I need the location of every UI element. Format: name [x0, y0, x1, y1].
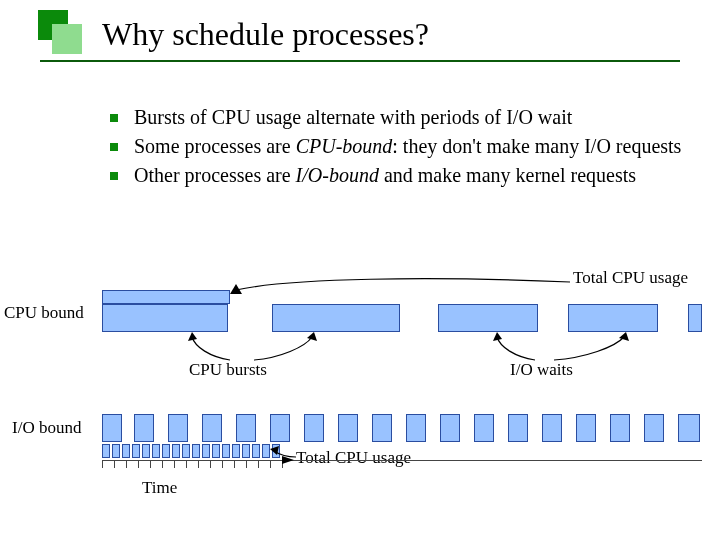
bar [272, 304, 400, 332]
bar [440, 414, 460, 442]
bar [102, 444, 110, 458]
bar [474, 414, 494, 442]
bar [508, 414, 528, 442]
svg-marker-3 [619, 332, 629, 341]
label-io-waits: I/O waits [510, 360, 573, 380]
bar [162, 444, 170, 458]
bar [542, 414, 562, 442]
label-cpu-bursts: CPU bursts [189, 360, 267, 380]
arrow-io-wait [495, 332, 555, 362]
arrow-cpu-burst [190, 332, 250, 362]
bar [222, 444, 230, 458]
bar [270, 414, 290, 442]
slide: Why schedule processes? Bursts of CPU us… [0, 0, 720, 540]
bar [102, 414, 122, 442]
label-total-cpu-usage-bottom: Total CPU usage [296, 448, 411, 468]
rule [40, 60, 680, 62]
bar [192, 444, 200, 458]
arrow-cpu-burst [250, 332, 320, 362]
arrow-io-wait [550, 332, 630, 362]
bar [438, 304, 538, 332]
bar [202, 414, 222, 442]
accent-square-light [52, 24, 82, 54]
bar [102, 304, 228, 332]
bar [252, 444, 260, 458]
bullet-item: Other processes are I/O-bound and make m… [110, 163, 700, 188]
bar [236, 414, 256, 442]
bullet-item: Some processes are CPU-bound: they don't… [110, 134, 700, 159]
bar [272, 444, 280, 458]
arrow-total-cpu-top [230, 276, 580, 298]
label-time: Time [142, 478, 177, 498]
bar [168, 414, 188, 442]
bar [304, 414, 324, 442]
slide-header: Why schedule processes? [0, 0, 720, 78]
bar [172, 444, 180, 458]
bar [644, 414, 664, 442]
bar [182, 444, 190, 458]
bar [568, 304, 658, 332]
bar [678, 414, 700, 442]
bar [338, 414, 358, 442]
svg-marker-2 [493, 332, 502, 341]
bar [372, 414, 392, 442]
svg-marker-1 [307, 332, 317, 341]
bar [132, 444, 140, 458]
svg-marker-5 [230, 284, 242, 294]
bar [212, 444, 220, 458]
label-total-cpu-usage-top: Total CPU usage [573, 268, 688, 288]
time-axis [102, 460, 702, 461]
bar [142, 444, 150, 458]
bar [688, 304, 702, 332]
bar [576, 414, 596, 442]
label-io-bound: I/O bound [12, 418, 81, 438]
bullet-list: Bursts of CPU usage alternate with perio… [70, 105, 700, 192]
bar [122, 444, 130, 458]
svg-marker-0 [188, 332, 197, 341]
bar [262, 444, 270, 458]
bar [202, 444, 210, 458]
bullet-item: Bursts of CPU usage alternate with perio… [110, 105, 700, 130]
bar [232, 444, 240, 458]
slide-title: Why schedule processes? [102, 16, 429, 53]
bar [134, 414, 154, 442]
bar [152, 444, 160, 458]
bar [610, 414, 630, 442]
bar [102, 290, 230, 304]
label-cpu-bound: CPU bound [4, 303, 84, 323]
bar [242, 444, 250, 458]
bar [112, 444, 120, 458]
bar [406, 414, 426, 442]
